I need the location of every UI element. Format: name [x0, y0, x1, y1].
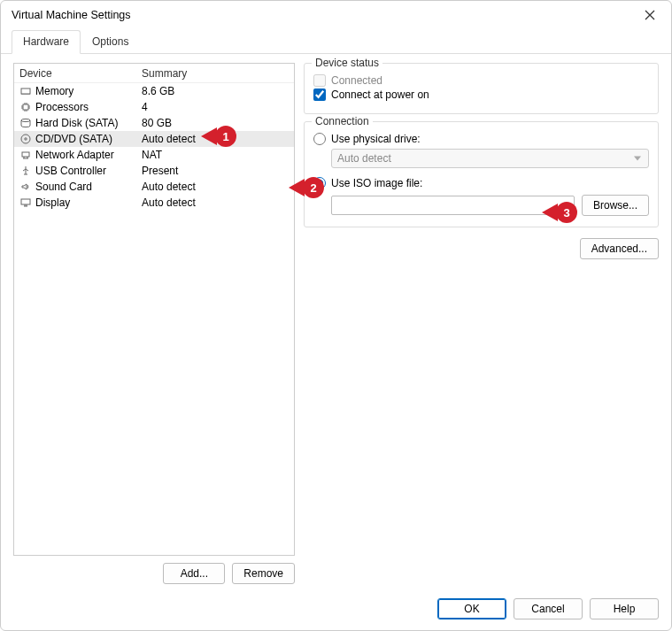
device-summary: Auto detect [138, 133, 294, 145]
list-item[interactable]: Hard Disk (SATA) 80 GB [14, 115, 294, 131]
list-item[interactable]: CD/DVD (SATA) Auto detect [14, 131, 294, 147]
left-column: Device Summary Memory 8.6 GB Processors … [13, 63, 295, 584]
use-iso-row[interactable]: Use ISO image file: [313, 177, 649, 189]
dialog-body: Device Summary Memory 8.6 GB Processors … [1, 54, 671, 591]
close-icon[interactable] [637, 6, 662, 24]
list-item[interactable]: USB Controller Present [14, 163, 294, 179]
physical-drive-combo: Auto detect [331, 149, 649, 168]
svg-rect-0 [21, 88, 30, 94]
device-name: CD/DVD (SATA) [35, 133, 112, 145]
cpu-icon [19, 101, 32, 113]
list-header: Device Summary [14, 64, 294, 83]
device-status-legend: Device status [312, 57, 382, 69]
list-item[interactable]: Network Adapter NAT [14, 147, 294, 163]
use-physical-label: Use physical drive: [331, 133, 421, 145]
disk-icon [19, 117, 32, 129]
device-summary: NAT [138, 149, 294, 161]
use-physical-row[interactable]: Use physical drive: [313, 133, 649, 145]
cancel-button[interactable]: Cancel [514, 598, 583, 619]
device-status-group: Device status Connected Connect at power… [304, 63, 659, 114]
browse-button[interactable]: Browse... [582, 195, 649, 216]
tab-hardware[interactable]: Hardware [12, 30, 81, 54]
connect-power-on-row[interactable]: Connect at power on [313, 88, 649, 101]
physical-drive-value: Auto detect [337, 152, 391, 165]
device-name: Display [35, 196, 70, 209]
device-name: Memory [35, 85, 73, 97]
connect-power-on-label: Connect at power on [331, 88, 429, 101]
device-name: USB Controller [35, 165, 106, 177]
connect-power-on-checkbox[interactable] [313, 88, 326, 101]
header-device: Device [14, 67, 138, 80]
sound-icon [19, 181, 32, 193]
tabs: Hardware Options [1, 29, 671, 54]
connected-label: Connected [331, 74, 382, 87]
connection-group: Connection Use physical drive: Auto dete… [304, 121, 659, 227]
list-buttons: Add... Remove [13, 556, 295, 584]
network-icon [19, 149, 32, 161]
device-summary: 4 [138, 101, 294, 113]
help-button[interactable]: Help [590, 598, 659, 619]
device-name: Network Adapter [35, 149, 114, 161]
svg-rect-5 [22, 152, 29, 157]
list-item[interactable]: Memory 8.6 GB [14, 83, 294, 99]
right-column: Device status Connected Connect at power… [304, 63, 659, 584]
device-summary: Auto detect [138, 196, 294, 209]
vm-settings-window: Virtual Machine Settings Hardware Option… [0, 0, 672, 631]
svg-point-2 [21, 119, 30, 121]
device-summary: Present [138, 165, 294, 177]
use-iso-label: Use ISO image file: [331, 177, 422, 189]
window-title: Virtual Machine Settings [12, 9, 131, 21]
connection-legend: Connection [312, 115, 373, 127]
ok-button[interactable]: OK [437, 598, 506, 619]
iso-path-input[interactable] [331, 196, 575, 215]
add-button[interactable]: Add... [163, 563, 225, 584]
list-item[interactable]: Sound Card Auto detect [14, 179, 294, 195]
device-summary: 80 GB [138, 117, 294, 129]
connected-row: Connected [313, 74, 649, 87]
header-summary: Summary [138, 67, 294, 80]
dialog-footer: OK Cancel Help [1, 591, 671, 630]
connected-checkbox [313, 74, 326, 87]
usb-icon [19, 165, 32, 177]
use-iso-radio[interactable] [313, 177, 326, 189]
display-icon [19, 196, 32, 209]
list-item[interactable]: Processors 4 [14, 99, 294, 115]
svg-rect-6 [21, 199, 30, 204]
device-summary: Auto detect [138, 181, 294, 193]
svg-point-3 [21, 135, 30, 143]
device-list[interactable]: Device Summary Memory 8.6 GB Processors … [13, 63, 295, 556]
device-name: Hard Disk (SATA) [35, 117, 119, 129]
memory-icon [19, 85, 32, 97]
list-item[interactable]: Display Auto detect [14, 195, 294, 211]
use-physical-radio[interactable] [313, 133, 326, 145]
device-summary: 8.6 GB [138, 85, 294, 97]
remove-button[interactable]: Remove [232, 563, 295, 584]
device-name: Processors [35, 101, 89, 113]
advanced-row: Advanced... [304, 235, 659, 259]
tab-options[interactable]: Options [81, 30, 140, 54]
cddvd-icon [19, 133, 32, 145]
svg-rect-1 [23, 104, 28, 110]
titlebar: Virtual Machine Settings [1, 1, 671, 27]
device-name: Sound Card [35, 181, 92, 193]
advanced-button[interactable]: Advanced... [580, 238, 659, 259]
iso-file-row: Browse... [331, 195, 649, 216]
svg-point-4 [25, 138, 27, 140]
